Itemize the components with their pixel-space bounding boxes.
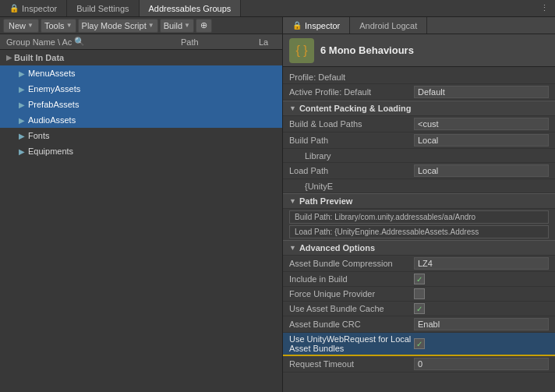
asset-bundle-compression-field: Asset Bundle Compression LZ4 — [283, 256, 555, 272]
tab-android-logcat[interactable]: Android Logcat — [350, 17, 427, 34]
force-unique-provider-field: Force Unique Provider ✓ — [283, 287, 555, 302]
list-item[interactable]: ▶ Equipments — [0, 143, 282, 159]
main-layout: New ▼ Tools ▼ Play Mode Script ▼ Build ▼… — [0, 17, 555, 392]
advanced-options-section[interactable]: ▼ Advanced Options — [283, 240, 555, 256]
tab-addressables-groups[interactable]: Addressables Groups — [140, 0, 242, 16]
use-asset-bundle-cache-checkbox[interactable]: ✓ — [414, 303, 425, 314]
right-panel: 🔒 Inspector Android Logcat { } 6 Mono Be… — [283, 17, 555, 392]
list-item[interactable]: ▶ Fonts — [0, 128, 282, 143]
load-path-value[interactable]: Local — [414, 164, 549, 177]
search-icon: ⊕ — [200, 20, 207, 30]
folder-icon: ▶ — [19, 85, 25, 94]
content-packing-section[interactable]: ▼ Content Packing & Loading — [283, 101, 555, 116]
unity-engine-field: {UnityE — [283, 179, 555, 193]
library-field: Library — [283, 149, 555, 163]
play-mode-dropdown-arrow: ▼ — [148, 22, 154, 29]
load-path-field: Load Path Local — [283, 163, 555, 179]
active-profile-value[interactable]: Default — [414, 86, 549, 98]
build-dropdown-arrow: ▼ — [184, 22, 190, 29]
column-headers: Group Name \ Ac 🔍 Path La — [0, 34, 282, 50]
section-arrow-icon: ▼ — [289, 104, 296, 112]
use-asset-bundle-cache-field: Use Asset Bundle Cache ✓ — [283, 302, 555, 316]
built-in-data-group[interactable]: ▶ Built In Data — [0, 50, 282, 65]
tab-more-button[interactable]: ⋮ — [534, 0, 555, 16]
use-unity-web-request-field: Use UnityWebRequest for Local Asset Bund… — [283, 333, 555, 356]
lock-icon: 🔒 — [9, 4, 19, 12]
search-button[interactable]: ⊕ — [196, 19, 212, 33]
label-header: La — [256, 37, 279, 47]
section-arrow-icon: ▼ — [289, 197, 296, 205]
folder-icon: ▶ — [19, 147, 25, 156]
build-load-paths-field: Build & Load Paths <cust — [283, 116, 555, 132]
tools-dropdown-arrow: ▼ — [66, 22, 72, 29]
toolbar: New ▼ Tools ▼ Play Mode Script ▼ Build ▼… — [0, 17, 282, 34]
new-dropdown-arrow: ▼ — [27, 22, 34, 29]
load-path-preview: Load Path: {UnityEngine.AddressableAsset… — [289, 225, 549, 238]
include-in-build-checkbox[interactable]: ✓ — [414, 274, 425, 284]
inspector-header: { } 6 Mono Behaviours — [283, 34, 555, 67]
lock-icon: 🔒 — [292, 21, 302, 30]
path-header: Path — [178, 37, 256, 47]
tab-inspector-left[interactable]: 🔒 Inspector — [0, 0, 67, 16]
list-item[interactable]: ▶ AudioAssets — [0, 112, 282, 128]
left-panel: New ▼ Tools ▼ Play Mode Script ▼ Build ▼… — [0, 17, 283, 392]
build-load-paths-value[interactable]: <cust — [414, 118, 549, 130]
force-unique-provider-checkbox[interactable]: ✓ — [414, 288, 425, 299]
list-item[interactable]: ▶ PrefabAssets — [0, 97, 282, 112]
folder-icon: ▶ — [19, 101, 25, 109]
path-preview-section[interactable]: ▼ Path Preview — [283, 193, 555, 209]
tab-inspector-right[interactable]: 🔒 Inspector — [283, 17, 350, 34]
section-arrow-icon: ▼ — [289, 244, 296, 252]
include-in-build-field: Include in Build ✓ — [283, 272, 555, 287]
inspector-body: Profile: Default Active Profile: Default… — [283, 67, 555, 392]
asset-bundle-crc-field: Asset Bundle CRC Enabl — [283, 316, 555, 333]
right-tab-bar: 🔒 Inspector Android Logcat — [283, 17, 555, 34]
asset-bundle-crc-value[interactable]: Enabl — [414, 318, 549, 330]
new-button[interactable]: New ▼ — [3, 19, 39, 33]
list-item[interactable]: ▶ MenuAssets — [0, 65, 282, 81]
list-item[interactable]: ▶ EnemyAssets — [0, 81, 282, 97]
tools-button[interactable]: Tools ▼ — [41, 19, 76, 33]
folder-icon: ▶ — [19, 116, 25, 125]
top-tab-bar: 🔒 Inspector Build Settings Addressables … — [0, 0, 555, 17]
tab-build-settings[interactable]: Build Settings — [67, 0, 139, 16]
request-timeout-value[interactable]: 0 — [414, 358, 549, 370]
active-profile-field: Active Profile: Default Default — [283, 84, 555, 101]
build-path-field: Build Path Local — [283, 132, 555, 149]
build-path-preview: Build Path: Library/com.unity.addressabl… — [289, 210, 549, 224]
profile-field: Profile: Default — [283, 70, 555, 84]
filter-icon[interactable]: 🔍 — [74, 37, 85, 47]
mono-behaviour-title: 6 Mono Behaviours — [320, 44, 414, 56]
build-path-value[interactable]: Local — [414, 134, 549, 147]
play-mode-script-button[interactable]: Play Mode Script ▼ — [78, 19, 158, 33]
expand-icon: ▶ — [3, 54, 14, 62]
folder-icon: ▶ — [19, 132, 25, 140]
request-timeout-field: Request Timeout 0 — [283, 356, 555, 373]
asset-bundle-compression-value[interactable]: LZ4 — [414, 257, 549, 270]
use-unity-web-request-checkbox[interactable]: ✓ — [414, 338, 425, 349]
group-name-header: Group Name \ Ac 🔍 — [3, 37, 178, 47]
folder-icon: ▶ — [19, 69, 25, 78]
tree-view: ▶ Built In Data ▶ MenuAssets ▶ EnemyAsse… — [0, 50, 282, 392]
object-icon: { } — [289, 38, 314, 63]
build-button[interactable]: Build ▼ — [160, 19, 194, 33]
